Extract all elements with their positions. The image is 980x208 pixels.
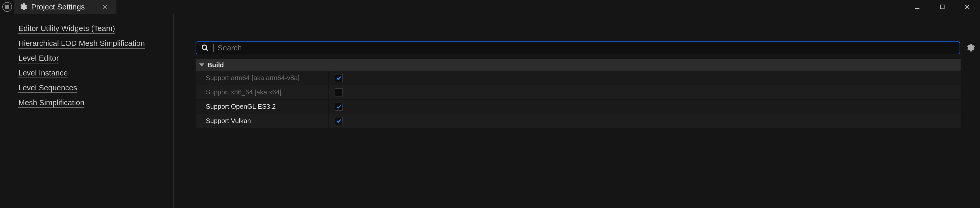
prop-label: Support x86_64 [aka x64] xyxy=(206,88,328,96)
prop-value xyxy=(328,114,379,128)
sidebar-item-editor-utility-widgets[interactable]: Editor Utility Widgets (Team) xyxy=(18,24,115,33)
checkbox-support-x86-64[interactable] xyxy=(335,88,343,96)
titlebar: Project Settings ✕ xyxy=(0,0,980,14)
main-panel: Build Support arm64 [aka arm64-v8a] Supp… xyxy=(176,14,980,208)
prop-value xyxy=(328,85,379,99)
unreal-logo xyxy=(0,0,14,14)
search-icon xyxy=(201,44,209,52)
sidebar-item-level-instance[interactable]: Level Instance xyxy=(18,69,68,77)
prop-value xyxy=(328,71,379,85)
tab-title: Project Settings xyxy=(31,3,97,11)
prop-row-support-arm64: Support arm64 [aka arm64-v8a] xyxy=(196,70,961,85)
minimize-button[interactable] xyxy=(910,0,925,14)
group-build: Build Support arm64 [aka arm64-v8a] Supp… xyxy=(196,59,961,128)
prop-label: Support OpenGL ES3.2 xyxy=(206,102,328,110)
body: Editor Utility Widgets (Team) Hierarchic… xyxy=(0,14,980,208)
sidebar: Editor Utility Widgets (Team) Hierarchic… xyxy=(0,14,176,208)
sidebar-item-mesh-simplification[interactable]: Mesh Simplification xyxy=(18,98,84,107)
maximize-button[interactable] xyxy=(935,0,950,14)
search-box[interactable] xyxy=(196,42,960,54)
prop-row-support-opengl-es32: Support OpenGL ES3.2 xyxy=(196,99,961,114)
svg-point-5 xyxy=(202,45,207,50)
checkbox-support-arm64[interactable] xyxy=(335,74,343,82)
checkmark-icon xyxy=(336,75,342,81)
chevron-down-icon xyxy=(199,64,204,67)
checkmark-icon xyxy=(336,104,342,109)
gear-icon xyxy=(19,3,27,11)
search-input[interactable] xyxy=(218,43,955,52)
sidebar-scrollbar[interactable] xyxy=(173,14,173,208)
prop-label: Support Vulkan xyxy=(206,117,328,125)
window-controls xyxy=(910,0,980,14)
prop-value xyxy=(328,99,379,114)
settings-gear-button[interactable] xyxy=(965,42,976,53)
tab-close-button[interactable]: ✕ xyxy=(100,2,110,12)
checkmark-icon xyxy=(336,118,342,124)
svg-rect-2 xyxy=(940,5,944,9)
svg-line-6 xyxy=(206,49,208,51)
group-title: Build xyxy=(207,61,224,69)
prop-label: Support arm64 [aka arm64-v8a] xyxy=(206,74,328,82)
sidebar-nav: Editor Utility Widgets (Team) Hierarchic… xyxy=(18,24,176,107)
group-header-build[interactable]: Build xyxy=(196,59,961,70)
prop-row-support-x86-64: Support x86_64 [aka x64] xyxy=(196,85,961,99)
sidebar-item-level-editor[interactable]: Level Editor xyxy=(18,54,59,62)
checkbox-support-opengl-es32[interactable] xyxy=(335,102,343,111)
checkbox-support-vulkan[interactable] xyxy=(335,117,343,125)
sidebar-item-level-sequences[interactable]: Level Sequences xyxy=(18,83,77,92)
prop-row-support-vulkan: Support Vulkan xyxy=(196,114,961,128)
titlebar-drag-region[interactable] xyxy=(116,0,910,14)
text-caret xyxy=(213,44,213,52)
window-close-button[interactable] xyxy=(959,0,975,14)
tab-project-settings[interactable]: Project Settings ✕ xyxy=(14,0,116,14)
search-row xyxy=(196,42,976,54)
sidebar-item-hierarchical-lod[interactable]: Hierarchical LOD Mesh Simplification xyxy=(18,39,145,48)
